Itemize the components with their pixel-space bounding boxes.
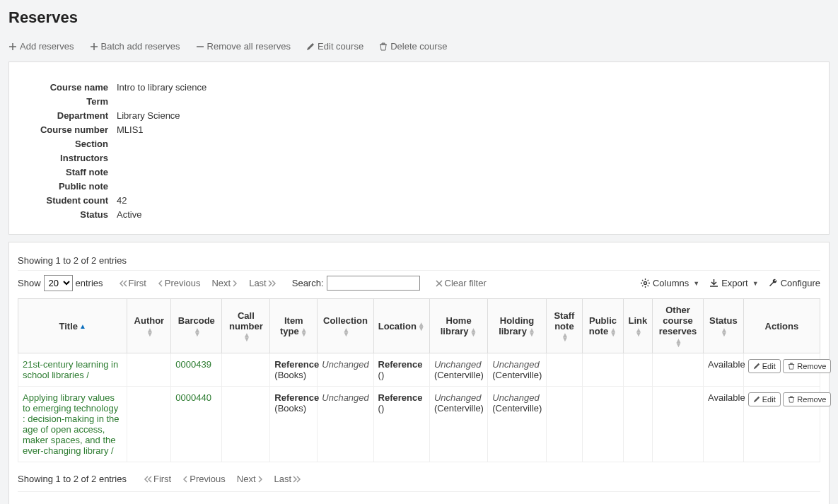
caret-down-icon: ▼ (752, 280, 759, 287)
value-course-name: Intro to library science (115, 82, 377, 93)
label-instructors: Instructors (23, 153, 108, 163)
edit-course-button[interactable]: Edit course (306, 41, 363, 52)
col-home-library[interactable]: Home library▲▼ (429, 299, 487, 353)
cell-call-number (222, 387, 270, 462)
configure-button[interactable]: Configure (769, 278, 820, 288)
label-department: Department (23, 110, 108, 121)
sort-icon: ▲▼ (561, 333, 569, 341)
wrench-icon (769, 279, 778, 288)
value-status: Active (115, 209, 377, 220)
pager-next-button[interactable]: Next (211, 278, 238, 288)
pencil-icon (306, 42, 315, 51)
barcode-link[interactable]: 0000440 (175, 392, 211, 403)
col-author[interactable]: Author▲▼ (127, 299, 171, 353)
label-public-note: Public note (23, 181, 108, 192)
minus-icon (196, 42, 204, 51)
barcode-link[interactable]: 0000439 (175, 359, 211, 370)
show-label: Show (18, 278, 41, 288)
cell-item-type: Reference (Books) (270, 353, 318, 387)
col-link[interactable]: Link▲▼ (623, 299, 652, 353)
edit-course-label: Edit course (318, 41, 363, 52)
label-staff-note: Staff note (23, 167, 108, 177)
page-title: Reserves (8, 8, 830, 27)
pager-previous-button[interactable]: Previous (158, 278, 201, 288)
pager-first-button[interactable]: First (119, 278, 146, 288)
chevron-double-right-icon (293, 476, 301, 483)
col-staff-note[interactable]: Staff note▲▼ (546, 299, 582, 353)
plus-icon (90, 42, 98, 51)
cell-status: Available (704, 387, 744, 462)
col-collection[interactable]: Collection▲▼ (318, 299, 373, 353)
col-public-note[interactable]: Public note▲▼ (583, 299, 624, 353)
col-status[interactable]: Status▲▼ (704, 299, 744, 353)
remove-all-reserves-button[interactable]: Remove all reserves (196, 41, 291, 52)
cell-public-note (583, 353, 624, 387)
value-department: Library Science (115, 110, 377, 121)
sort-icon: ▲▼ (721, 328, 728, 336)
remove-button[interactable]: Remove (783, 359, 831, 373)
chevron-left-icon (158, 280, 163, 287)
sort-icon: ▲▼ (635, 328, 642, 336)
trash-icon (379, 42, 388, 51)
cell-link (623, 353, 652, 387)
search-label: Search: (292, 278, 324, 288)
sort-icon: ▲▼ (146, 328, 153, 336)
chevron-double-right-icon (268, 280, 277, 287)
sort-icon: ▲▼ (194, 328, 201, 336)
edit-button[interactable]: Edit (748, 392, 781, 406)
pager-bottom: First Previous Next Last (144, 474, 301, 484)
cell-item-type: Reference (Books) (270, 387, 318, 462)
datatable-controls-top: Show 20 entries First Previous Next Last (18, 270, 820, 298)
cell-home-library: Unchanged (Centerville) (429, 387, 487, 462)
page-length-select[interactable]: 20 (44, 275, 73, 291)
title-link[interactable]: Applying library values to emerging tech… (23, 392, 120, 456)
sort-icon: ▲▼ (342, 328, 349, 336)
col-other-course-reserves[interactable]: Other course reserves▲▼ (653, 299, 704, 353)
cell-location: Reference () (373, 387, 429, 462)
value-term (115, 96, 377, 107)
batch-add-reserves-button[interactable]: Batch add reserves (90, 41, 180, 52)
col-barcode[interactable]: Barcode▲▼ (171, 299, 222, 353)
add-reserves-button[interactable]: Add reserves (8, 41, 74, 52)
svg-point-0 (644, 282, 646, 285)
course-details-panel: Course name Intro to library science Ter… (8, 61, 830, 235)
label-section: Section (23, 139, 108, 149)
pager-first-button[interactable]: First (144, 474, 171, 484)
sort-asc-icon: ▲ (79, 324, 86, 329)
col-holding-library[interactable]: Holding library▲▼ (488, 299, 546, 353)
label-student-count: Student count (23, 195, 108, 206)
col-call-number[interactable]: Call number▲▼ (222, 299, 270, 353)
delete-course-label: Delete course (390, 41, 447, 52)
edit-button[interactable]: Edit (748, 359, 781, 373)
pencil-icon (753, 396, 760, 403)
sort-icon: ▲▼ (610, 328, 617, 336)
pager-previous-button[interactable]: Previous (182, 474, 226, 484)
pager-last-button[interactable]: Last (249, 278, 277, 288)
columns-button[interactable]: Columns ▼ (641, 278, 699, 288)
chevron-double-left-icon (144, 476, 152, 483)
value-student-count: 42 (115, 195, 377, 206)
pager-last-button[interactable]: Last (274, 474, 302, 484)
col-title[interactable]: Title▲ (18, 299, 127, 353)
col-item-type[interactable]: Item type▲▼ (270, 299, 318, 353)
title-link[interactable]: 21st-century learning in school librarie… (23, 359, 118, 380)
label-course-number: Course number (23, 124, 108, 135)
caret-down-icon: ▼ (693, 280, 699, 287)
col-location[interactable]: Location▲▼ (373, 299, 429, 353)
search-input[interactable] (327, 276, 420, 291)
label-status: Status (23, 209, 108, 220)
reserves-table-panel: Showing 1 to 2 of 2 entries Show 20 entr… (8, 242, 830, 504)
sort-icon: ▲▼ (418, 322, 425, 331)
plus-icon (8, 42, 17, 51)
gear-icon (641, 279, 650, 288)
value-course-number: MLIS1 (115, 124, 377, 135)
pager-next-button[interactable]: Next (237, 474, 263, 484)
chevron-right-icon (257, 476, 263, 483)
clear-filter-button[interactable]: Clear filter (436, 278, 487, 288)
sort-icon: ▲▼ (675, 339, 682, 347)
export-button[interactable]: Export ▼ (709, 278, 759, 288)
value-section (115, 139, 377, 149)
remove-button[interactable]: Remove (783, 392, 831, 406)
delete-course-button[interactable]: Delete course (379, 41, 447, 52)
cell-other-course-reserves (653, 387, 704, 462)
